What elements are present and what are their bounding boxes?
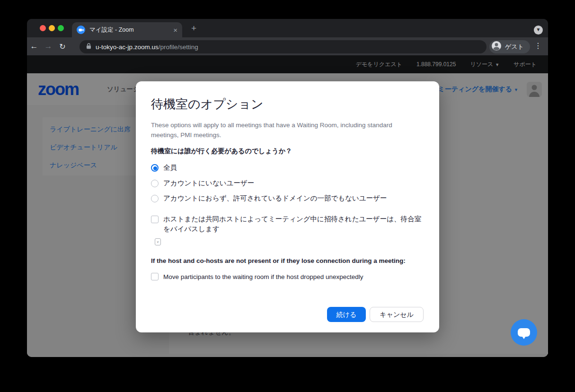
checkbox-icon[interactable]	[151, 273, 159, 280]
screen: マイ設定 - Zoom × + ▼ ← → ↻ u-tokyo-ac-jp.zo…	[0, 0, 575, 392]
radio-icon[interactable]	[151, 180, 159, 187]
new-tab-button[interactable]: +	[191, 24, 196, 32]
reload-button[interactable]: ↻	[55, 42, 70, 51]
speech-bubble-icon	[518, 328, 530, 337]
browser-update-chevron-icon[interactable]: ▼	[534, 26, 543, 35]
guest-label: ゲスト	[505, 43, 524, 51]
tab-strip: マイ設定 - Zoom × + ▼	[27, 19, 548, 37]
window-close-button[interactable]	[40, 25, 46, 31]
tab-my-settings[interactable]: マイ設定 - Zoom ×	[72, 22, 182, 37]
back-button[interactable]: ←	[27, 42, 41, 51]
radio-icon[interactable]	[151, 195, 159, 202]
radio-users-not-in-account[interactable]: アカウントにいないユーザー	[151, 179, 254, 188]
person-icon	[491, 41, 502, 53]
url-text: u-tokyo-ac-jp.zoom.us/profile/setting	[96, 44, 198, 51]
dialog-title: 待機室のオプション	[151, 96, 264, 113]
radio-everyone[interactable]: 全員	[151, 163, 177, 172]
lock-icon	[86, 43, 91, 51]
window-zoom-button[interactable]	[58, 25, 64, 31]
broken-image-icon: v	[155, 238, 161, 245]
dialog-question: 待機室には誰が行く必要があるのでしょうか？	[151, 147, 292, 156]
window-minimize-button[interactable]	[49, 25, 55, 31]
zoom-favicon-icon	[77, 26, 85, 34]
checkbox-bypass-waiting-room[interactable]: ホストまたは共同ホストによってミーティング中に招待されたユーザーは、待合室をバイ…	[151, 216, 423, 234]
tab-title: マイ設定 - Zoom	[89, 26, 170, 34]
condition-heading: If the host and co-hosts are not present…	[151, 257, 406, 264]
chat-widget-button[interactable]	[511, 319, 537, 346]
address-bar[interactable]: u-tokyo-ac-jp.zoom.us/profile/setting	[80, 40, 487, 53]
profile-guest-button[interactable]: ゲスト	[489, 40, 530, 53]
checkbox-move-participants[interactable]: Move participants to the waiting room if…	[151, 273, 363, 280]
page-viewport: デモをリクエスト 1.888.799.0125 リソース▼ サポート zoom …	[27, 55, 548, 357]
waiting-room-options-dialog: 待機室のオプション These options will apply to al…	[136, 81, 439, 332]
url-path: /profile/setting	[159, 44, 198, 51]
url-host: u-tokyo-ac-jp.zoom.us	[96, 44, 159, 51]
forward-button[interactable]: →	[41, 42, 55, 51]
browser-window: マイ設定 - Zoom × + ▼ ← → ↻ u-tokyo-ac-jp.zo…	[27, 19, 548, 357]
browser-menu-button[interactable]: ⋮	[534, 41, 542, 50]
tab-close-icon[interactable]: ×	[173, 26, 177, 34]
radio-users-not-in-allowed-domains[interactable]: アカウントにおらず、許可されているドメインの一部でもないユーザー	[151, 194, 387, 203]
browser-toolbar: ← → ↻ u-tokyo-ac-jp.zoom.us/profile/sett…	[27, 37, 548, 55]
radio-selected-icon[interactable]	[151, 164, 159, 172]
continue-button[interactable]: 続ける	[327, 307, 366, 322]
cancel-button[interactable]: キャンセル	[370, 307, 424, 322]
dialog-buttons: 続ける キャンセル	[327, 307, 424, 322]
checkbox-icon[interactable]	[151, 216, 159, 223]
dialog-description: These options will apply to all meetings…	[151, 120, 407, 140]
